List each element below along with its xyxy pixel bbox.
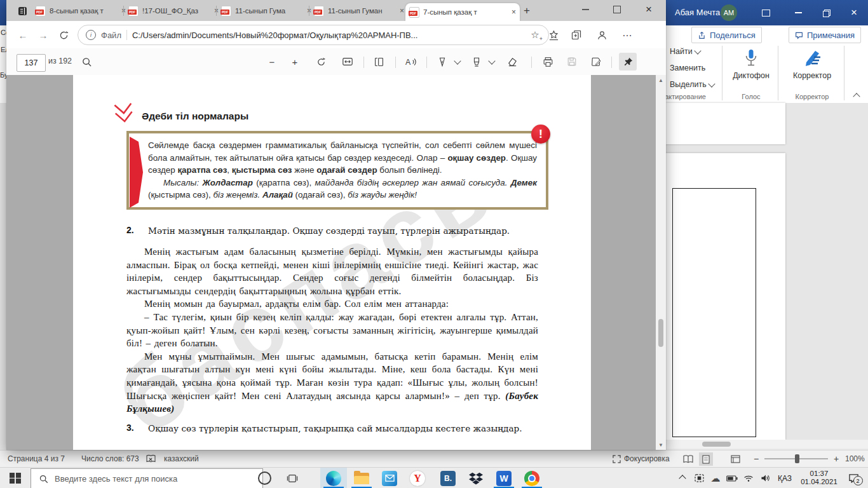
scrollbar-thumb[interactable] xyxy=(702,442,731,447)
tab-5-active[interactable]: PDF 7-сынып қазақ т × xyxy=(405,3,520,21)
word-horizontal-scrollbar[interactable] xyxy=(666,440,868,449)
word-restore-button[interactable] xyxy=(813,0,839,25)
zoom-out-button[interactable]: − xyxy=(751,453,761,464)
pdf-zoom-out-button[interactable]: − xyxy=(263,53,281,71)
pdf-page[interactable]: баспасы Әдеби тіл нормалары ! Сөйлемде б… xyxy=(73,75,591,450)
tab-close-icon[interactable]: × xyxy=(512,8,516,17)
tray-tablet-icon[interactable] xyxy=(691,468,707,488)
select-button[interactable]: Выделить xyxy=(670,80,714,89)
ribbon-options-icon[interactable] xyxy=(757,5,774,20)
refresh-button[interactable] xyxy=(55,26,72,44)
taskbar-edge[interactable] xyxy=(320,468,347,488)
taskbar-yandex[interactable]: Y xyxy=(404,468,431,488)
zoom-slider[interactable] xyxy=(764,458,828,459)
scrollbar-thumb[interactable] xyxy=(658,319,663,347)
highlight-dropdown-icon[interactable] xyxy=(488,57,495,64)
taskbar-dropbox[interactable] xyxy=(463,468,489,488)
word-minimize-button[interactable] xyxy=(785,0,811,25)
new-tab-button[interactable]: + xyxy=(519,3,535,18)
dictate-button[interactable]: Диктофон xyxy=(727,44,775,84)
taskbar-chrome[interactable] xyxy=(519,468,545,488)
fit-width-button[interactable] xyxy=(339,53,356,71)
tab-4[interactable]: PDF 11-сынып Гуман × xyxy=(310,3,408,18)
cortana-button[interactable] xyxy=(252,468,277,488)
tab-2[interactable]: PDF !17-ОШ_ФО_Қаз × xyxy=(125,3,222,18)
profile-button[interactable] xyxy=(593,27,610,43)
highlight-button[interactable] xyxy=(468,53,485,71)
zoom-in-button[interactable]: + xyxy=(831,453,841,464)
read-aloud-button[interactable]: A xyxy=(402,53,419,71)
word-account-name[interactable]: Абая Мечта xyxy=(675,8,720,17)
status-words[interactable]: Число слов: 673 xyxy=(81,454,139,463)
taskbar-mail[interactable] xyxy=(376,468,403,488)
tray-volume-icon[interactable] xyxy=(757,468,773,488)
add-favorite-icon[interactable]: ☆+ xyxy=(529,29,541,41)
edge-minimize-button[interactable] xyxy=(571,0,600,19)
url-text[interactable]: C:/Users/admin/Documents/Новый%20формат/… xyxy=(132,30,524,40)
address-bar[interactable]: i Файл C:/Users/admin/Documents/Новый%20… xyxy=(78,25,549,45)
settings-menu-button[interactable]: … xyxy=(619,25,635,41)
tray-onedrive-icon[interactable]: ☁ xyxy=(708,468,723,488)
pdf-content-area[interactable]: баспасы Әдеби тіл нормалары ! Сөйлемде б… xyxy=(6,75,666,450)
task-view-button[interactable] xyxy=(280,468,305,488)
rotate-button[interactable] xyxy=(312,53,330,71)
forward-button[interactable]: → xyxy=(34,26,52,44)
back-button[interactable]: ← xyxy=(14,26,32,44)
print-layout-icon[interactable] xyxy=(699,452,713,466)
save-as-button[interactable] xyxy=(587,53,605,71)
word-page-4[interactable] xyxy=(666,153,785,440)
scroll-up-icon[interactable]: ▲ xyxy=(656,76,666,84)
start-button[interactable] xyxy=(0,468,31,488)
tray-expand-button[interactable] xyxy=(675,468,690,488)
tab-1[interactable]: PDF 8-сынып қазақ т × xyxy=(32,3,130,18)
share-button[interactable]: Поделиться xyxy=(691,27,762,43)
language-indicator[interactable]: ҚАЗ xyxy=(774,468,796,488)
clock[interactable]: 01:37 01.04.2021 xyxy=(797,468,841,488)
zoom-percent[interactable]: 100% xyxy=(845,454,865,463)
status-page[interactable]: Страница 4 из 7 xyxy=(8,454,65,463)
table-outline[interactable] xyxy=(672,188,756,437)
time: 01:37 xyxy=(797,470,841,478)
draw-button[interactable] xyxy=(433,53,451,71)
tray-wifi-icon[interactable] xyxy=(741,468,756,488)
erase-button[interactable] xyxy=(503,53,521,71)
edge-maximize-button[interactable] xyxy=(602,0,632,19)
taskbar-vk[interactable]: B. xyxy=(435,468,461,488)
avatar[interactable]: AM xyxy=(721,4,737,21)
status-language[interactable]: казахский xyxy=(164,454,199,463)
web-layout-icon[interactable] xyxy=(728,453,742,465)
tray-battery-icon[interactable] xyxy=(724,468,740,488)
print-button[interactable] xyxy=(539,53,557,71)
page-view-button[interactable] xyxy=(370,53,388,71)
focus-icon[interactable] xyxy=(611,454,621,464)
comments-button[interactable]: Примечания xyxy=(789,27,861,43)
edge-close-button[interactable]: × xyxy=(634,0,663,19)
scroll-down-icon[interactable]: ▼ xyxy=(656,441,666,449)
taskbar-explorer[interactable] xyxy=(348,468,375,488)
tab-close-icon[interactable]: × xyxy=(400,6,404,15)
draw-dropdown-icon[interactable] xyxy=(454,57,461,64)
favorites-button[interactable] xyxy=(545,27,562,43)
tab-3[interactable]: PDF 11-сынып Гума × xyxy=(217,3,315,18)
page-number-input[interactable] xyxy=(17,54,46,72)
pin-toolbar-button[interactable] xyxy=(619,53,637,71)
zoom-slider-thumb[interactable] xyxy=(795,454,799,463)
proofing-icon[interactable] xyxy=(145,454,156,464)
info-icon[interactable]: i xyxy=(86,30,96,40)
save-button[interactable] xyxy=(563,53,581,71)
word-close-button[interactable]: × xyxy=(841,0,867,25)
editor-button[interactable]: Корректор xyxy=(783,44,841,84)
find-button[interactable]: Найти xyxy=(670,47,700,56)
taskbar-word[interactable]: W xyxy=(491,468,517,488)
pdf-zoom-in-button[interactable]: + xyxy=(286,53,304,71)
replace-button[interactable]: Заменить xyxy=(670,64,705,72)
taskbar-search[interactable]: Введите здесь текст для поиска xyxy=(31,468,263,488)
notification-center-button[interactable]: 2 xyxy=(843,468,864,488)
collapse-ribbon-icon[interactable] xyxy=(853,93,860,100)
pdf-scrollbar[interactable]: ▲ ▼ xyxy=(656,75,666,450)
pdf-search-button[interactable] xyxy=(78,53,95,71)
collections-button[interactable] xyxy=(568,27,585,43)
read-mode-icon[interactable] xyxy=(681,453,695,465)
vertical-tabs-button[interactable] xyxy=(15,4,29,18)
status-focus[interactable]: Фокусировка xyxy=(624,454,670,463)
